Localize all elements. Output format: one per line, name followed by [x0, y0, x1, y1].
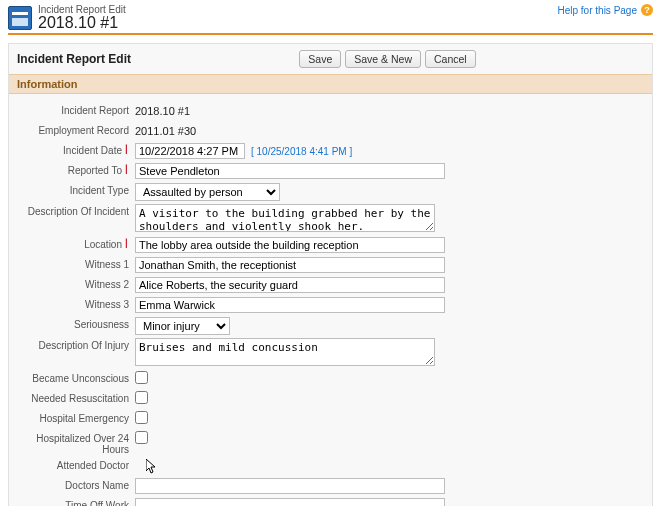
page-title: 2018.10 #1	[38, 15, 126, 31]
label-description-incident: Description Of Incident	[17, 203, 135, 217]
panel-heading: Incident Report Edit	[17, 52, 131, 66]
witness1-input[interactable]	[135, 257, 445, 273]
label-witness3: Witness 3	[17, 296, 135, 310]
label-incident-type: Incident Type	[17, 182, 135, 196]
help-for-page-link[interactable]: Help for this Page ?	[558, 4, 654, 16]
reported-to-input[interactable]	[135, 163, 445, 179]
description-injury-textarea[interactable]: Bruises and mild concussion	[135, 338, 435, 366]
label-became-unconscious: Became Unconscious	[17, 370, 135, 384]
label-employment-record: Employment Record	[17, 122, 135, 136]
value-employment-record: 2011.01 #30	[135, 122, 644, 137]
label-location: Location	[84, 239, 122, 250]
required-icon: ┃	[124, 145, 129, 154]
hospital-emergency-checkbox[interactable]	[135, 411, 148, 424]
label-reported-to: Reported To	[68, 165, 122, 176]
save-and-new-button[interactable]: Save & New	[345, 50, 421, 68]
description-incident-textarea[interactable]: A visitor to the building grabbed her by…	[135, 204, 435, 232]
label-seriousness: Seriousness	[17, 316, 135, 330]
incident-date-now-link[interactable]: [ 10/25/2018 4:41 PM ]	[251, 146, 352, 157]
label-hospital-emergency: Hospital Emergency	[17, 410, 135, 424]
cancel-button[interactable]: Cancel	[425, 50, 476, 68]
needed-resuscitation-checkbox[interactable]	[135, 391, 148, 404]
required-icon: ┃	[124, 165, 129, 174]
time-off-work-input[interactable]	[135, 498, 445, 506]
label-time-off-work: Time Off Work	[17, 497, 135, 506]
incident-date-input[interactable]	[135, 143, 245, 159]
label-description-injury: Description Of Injury	[17, 337, 135, 351]
label-incident-report: Incident Report	[17, 102, 135, 116]
save-button[interactable]: Save	[299, 50, 341, 68]
doctors-name-input[interactable]	[135, 478, 445, 494]
record-type-icon	[8, 6, 32, 30]
label-witness2: Witness 2	[17, 276, 135, 290]
incident-type-select[interactable]: Assaulted by person	[135, 183, 280, 201]
became-unconscious-checkbox[interactable]	[135, 371, 148, 384]
witness3-input[interactable]	[135, 297, 445, 313]
witness2-input[interactable]	[135, 277, 445, 293]
edit-panel: Incident Report Edit Save Save & New Can…	[8, 43, 653, 506]
help-icon: ?	[641, 4, 653, 16]
label-attended-doctor: Attended Doctor	[17, 457, 135, 471]
label-incident-date: Incident Date	[63, 145, 122, 156]
label-needed-resuscitation: Needed Resuscitation	[17, 390, 135, 404]
header-rule	[8, 33, 653, 35]
required-icon: ┃	[124, 239, 129, 248]
hospitalized-24-checkbox[interactable]	[135, 431, 148, 444]
label-doctors-name: Doctors Name	[17, 477, 135, 491]
location-input[interactable]	[135, 237, 445, 253]
section-information: Information	[9, 74, 652, 94]
label-hospitalized-24: Hospitalized Over 24 Hours	[17, 430, 135, 455]
value-incident-report: 2018.10 #1	[135, 102, 644, 117]
label-witness1: Witness 1	[17, 256, 135, 270]
seriousness-select[interactable]: Minor injury	[135, 317, 230, 335]
